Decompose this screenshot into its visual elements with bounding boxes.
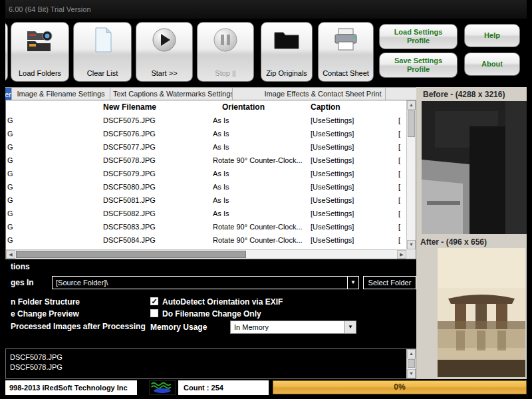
cell-original-filename: G [6, 220, 99, 233]
tab-image-effects-contact-sheet[interactable]: Image Effects & Contact Sheet Print [261, 88, 386, 100]
horizontal-scroll-thumb[interactable] [16, 251, 246, 258]
contact-sheet-button[interactable]: Contact Sheet [318, 22, 374, 82]
table-row[interactable]: G DSCF5084.JPG Rotate 90° Counter-Clock.… [6, 233, 406, 247]
cell-original-filename: G [6, 207, 99, 220]
cell-new-filename: DSCF5078.JPG [99, 154, 209, 167]
cell-caption: [UseSettings] [305, 207, 398, 220]
cell-orientation: As Is [209, 194, 305, 207]
cell-original-filename: G [6, 114, 99, 127]
count-text: Count : 254 [178, 380, 269, 395]
cell-new-filename: DSCF5084.JPG [99, 233, 209, 247]
tab-image-filename-settings[interactable]: Image & Filename Settings [12, 88, 110, 100]
memory-usage-combobox[interactable]: In Memory [230, 321, 356, 334]
do-filename-change-only-checkbox[interactable] [150, 309, 158, 317]
cell-caption: [UseSettings] [305, 154, 398, 167]
scroll-right-icon[interactable] [397, 250, 406, 259]
vertical-scroll-thumb[interactable] [408, 110, 415, 137]
log-scrollbar[interactable] [406, 349, 416, 378]
cell-original-filename: G [6, 233, 99, 247]
cell-new-filename: DSCF5083.JPG [99, 220, 209, 233]
zip-originals-button[interactable]: Zip Originals [261, 22, 313, 82]
save-settings-profile-label: Save Settings Profile [385, 57, 452, 74]
table-row[interactable]: G DSCF5081.JPG As Is [UseSettings] [ [6, 194, 406, 207]
toolbar: Load Folders Clear List Start >> Stop || [5, 19, 527, 87]
after-preview-image [438, 248, 525, 377]
cell-caption: [UseSettings] [305, 167, 398, 180]
about-button[interactable]: About [464, 53, 520, 76]
scroll-down-icon[interactable] [407, 240, 416, 249]
options-section: tions ges In [Source Folder]\ Select Fol… [5, 259, 416, 348]
log-scroll-down-icon[interactable] [407, 369, 416, 378]
zip-originals-icon [272, 26, 301, 54]
cell-caption: [UseSettings] [305, 194, 398, 207]
do-filename-change-only-label[interactable]: Do Filename Change Only [162, 309, 261, 319]
cell-original-filename: G [6, 167, 99, 180]
load-folders-label: Load Folders [19, 69, 61, 78]
clear-list-label: Clear List [87, 69, 118, 78]
before-preview-image [422, 101, 527, 234]
cell-original-filename: G [6, 180, 99, 194]
start-button[interactable]: Start >> [136, 22, 193, 82]
contact-sheet-icon [331, 26, 360, 54]
autodetect-exif-checkbox[interactable] [150, 297, 158, 305]
stop-button[interactable]: Stop || [197, 22, 254, 82]
cell-original-filename: G [6, 194, 99, 207]
save-settings-profile-button[interactable]: Save Settings Profile [379, 53, 458, 78]
table-row[interactable]: G DSCF5075.JPG As Is [UseSettings] [ [6, 114, 406, 127]
autodetect-exif-label[interactable]: AutoDetect Orientation via EXIF [162, 297, 283, 307]
table-row[interactable]: G DSCF5076.JPG As Is [UseSettings] [ [6, 127, 406, 140]
start-icon [150, 26, 179, 54]
header-caption: Caption [305, 100, 398, 114]
log-scroll-up-icon[interactable] [407, 349, 416, 358]
progress-bar: 0% [273, 380, 527, 394]
cell-orientation: As Is [209, 207, 305, 220]
retain-folder-structure-label[interactable]: n Folder Structure [11, 297, 80, 307]
save-folder-combobox[interactable]: [Source Folder]\ [52, 276, 359, 289]
help-button[interactable]: Help [464, 24, 520, 47]
before-label: Before - (4288 x 3216) [423, 90, 505, 99]
cell-clipped-column: [ [398, 114, 406, 127]
tab-file-lister-clipped[interactable]: er [5, 88, 12, 100]
scroll-left-icon[interactable] [6, 250, 15, 259]
table-row[interactable]: G DSCF5083.JPG Rotate 90° Counter-Clock.… [6, 220, 406, 233]
clear-list-button[interactable]: Clear List [73, 22, 132, 82]
clear-list-icon [88, 26, 117, 54]
cell-original-filename: G [6, 127, 99, 140]
cell-clipped-column: [ [398, 127, 406, 140]
load-settings-profile-button[interactable]: Load Settings Profile [379, 24, 458, 49]
cell-clipped-column: [ [398, 220, 406, 233]
header-orientation: Orientation [209, 100, 305, 114]
tab-text-captions-watermarks[interactable]: Text Captions & Watermarks Settings [113, 88, 233, 100]
table-row[interactable]: G DSCF5082.JPG As Is [UseSettings] [ [6, 207, 406, 220]
cell-new-filename: DSCF5079.JPG [99, 167, 209, 180]
table-row[interactable]: G DSCF5078.JPG Rotate 90° Counter-Clock.… [6, 154, 406, 167]
window-title: 6.00 (64 Bit) Trial Version [9, 5, 91, 13]
preview-panel: Before - (4288 x 3216) After - (496 x 65… [416, 87, 527, 379]
cell-orientation: As Is [209, 127, 305, 140]
cell-original-filename: G [6, 140, 99, 154]
processed-images-label[interactable]: Processed Images after Processing [11, 322, 146, 331]
iredsoft-logo-icon [149, 380, 176, 395]
cell-clipped-column: [ [398, 233, 406, 247]
log-scroll-thumb[interactable] [408, 359, 415, 368]
select-folder-button[interactable]: Select Folder [363, 276, 416, 289]
clipped-toolbar-button[interactable] [5, 22, 8, 82]
start-label: Start >> [151, 69, 177, 78]
scroll-up-icon[interactable] [407, 100, 416, 110]
table-vertical-scrollbar[interactable] [406, 100, 416, 249]
cell-orientation: As Is [209, 167, 305, 180]
scrollbar-corner [406, 249, 416, 259]
table-row[interactable]: G DSCF5079.JPG As Is [UseSettings] [ [6, 167, 406, 180]
filename-change-preview-label[interactable]: e Change Preview [11, 309, 79, 319]
processing-log[interactable]: DSCF5078.JPG DSCF5078.JPG [5, 348, 416, 379]
stop-icon [211, 26, 240, 54]
table-horizontal-scrollbar[interactable] [6, 249, 406, 259]
tab-bar: er Image & Filename Settings Text Captio… [5, 87, 416, 100]
load-folders-icon [25, 26, 55, 54]
table-row[interactable]: G DSCF5077.JPG As Is [UseSettings] [ [6, 140, 406, 154]
load-folders-button[interactable]: Load Folders [11, 22, 69, 82]
cell-clipped-column: [ [398, 154, 406, 167]
table-row[interactable]: G DSCF5080.JPG As Is [UseSettings] [ [6, 180, 406, 194]
cell-clipped-column: [ [398, 207, 406, 220]
cell-new-filename: DSCF5081.JPG [99, 194, 209, 207]
